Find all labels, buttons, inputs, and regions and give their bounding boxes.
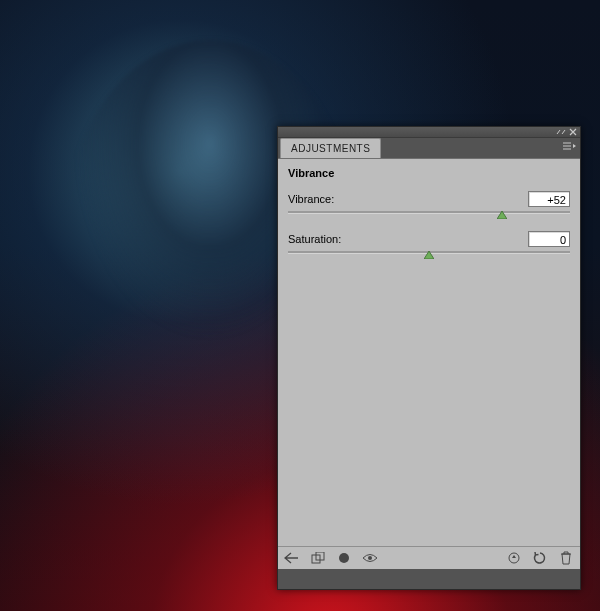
svg-point-2 [339,553,349,563]
panel-body: Vibrance Vibrance: +52 Saturation: 0 [278,159,580,569]
back-arrow-icon[interactable] [284,550,300,566]
collapse-icon[interactable] [556,128,566,136]
visibility-icon[interactable] [362,550,378,566]
reset-icon[interactable] [532,550,548,566]
adjustment-title: Vibrance [288,167,570,179]
stage: ADJUSTMENTS Vibrance Vibrance: +52 Sa [0,0,600,611]
tab-adjustments[interactable]: ADJUSTMENTS [280,138,381,158]
panel-topbar [278,127,580,138]
vibrance-input[interactable]: +52 [528,191,570,207]
saturation-label: Saturation: [288,233,341,245]
vibrance-slider-thumb[interactable] [497,211,507,219]
saturation-row: Saturation: 0 [288,233,570,273]
saturation-slider-thumb[interactable] [424,251,434,259]
tab-bar: ADJUSTMENTS [278,138,580,159]
footer-right [506,550,574,566]
panel-menu-icon[interactable] [562,141,576,153]
saturation-input[interactable]: 0 [528,231,570,247]
footer-left [284,550,378,566]
svg-point-3 [368,556,372,560]
clip-to-layer-icon[interactable] [336,550,352,566]
previous-state-icon[interactable] [506,550,522,566]
trash-icon[interactable] [558,550,574,566]
vibrance-slider[interactable] [288,211,570,214]
adjustments-panel: ADJUSTMENTS Vibrance Vibrance: +52 Sa [277,126,581,590]
tab-label: ADJUSTMENTS [291,143,370,154]
panel-footer [278,546,580,569]
vibrance-label: Vibrance: [288,193,334,205]
vibrance-row: Vibrance: +52 [288,193,570,233]
expand-view-icon[interactable] [310,550,326,566]
close-icon[interactable] [568,128,578,136]
